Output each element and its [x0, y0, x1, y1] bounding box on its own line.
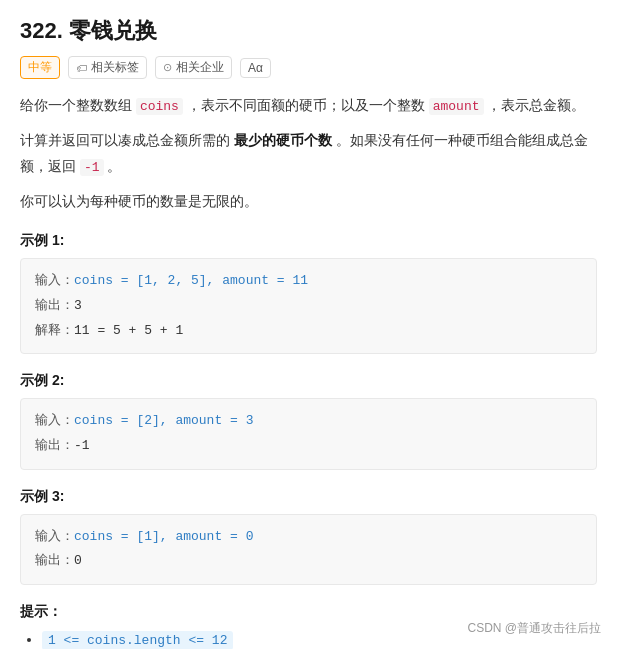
- description-section: 给你一个整数数组 coins ，表示不同面额的硬币；以及一个整数 amount …: [20, 93, 597, 214]
- example1-output-label: 输出：: [35, 298, 74, 313]
- company-icon: ⊙: [163, 61, 172, 74]
- example3-box: 输入：coins = [1], amount = 0 输出：0: [20, 514, 597, 585]
- example2-title: 示例 2:: [20, 372, 597, 390]
- example2-output: 输出：-1: [35, 434, 582, 459]
- example2-input: 输入：coins = [2], amount = 3: [35, 409, 582, 434]
- example3-output-value: 0: [74, 553, 82, 568]
- example1-input-value: coins = [1, 2, 5], amount = 11: [74, 273, 308, 288]
- example1-output-value: 3: [74, 298, 82, 313]
- example2-output-label: 输出：: [35, 438, 74, 453]
- tag-related-tags[interactable]: 🏷 相关标签: [68, 56, 147, 79]
- example1-input-label: 输入：: [35, 273, 74, 288]
- hints-title: 提示：: [20, 603, 597, 621]
- example3-title: 示例 3:: [20, 488, 597, 506]
- tag-difficulty[interactable]: 中等: [20, 56, 60, 79]
- example1-box: 输入：coins = [1, 2, 5], amount = 11 输出：3 解…: [20, 258, 597, 354]
- coins-code-inline: coins: [136, 98, 183, 115]
- tag-related-companies[interactable]: ⊙ 相关企业: [155, 56, 232, 79]
- example2-box: 输入：coins = [2], amount = 3 输出：-1: [20, 398, 597, 469]
- hint1-text: 1 <= coins.length <= 12: [42, 631, 233, 649]
- tag-related-tags-label: 相关标签: [91, 59, 139, 76]
- example3-input: 输入：coins = [1], amount = 0: [35, 525, 582, 550]
- tag-related-companies-label: 相关企业: [176, 59, 224, 76]
- footer-watermark: CSDN @普通攻击往后拉: [467, 620, 601, 637]
- example2-output-value: -1: [74, 438, 90, 453]
- example1-title: 示例 1:: [20, 232, 597, 250]
- example3-input-value: coins = [1], amount = 0: [74, 529, 253, 544]
- tag-font[interactable]: Aα: [240, 58, 271, 78]
- example1-explain-value: 11 = 5 + 5 + 1: [74, 323, 183, 338]
- desc-line2: 计算并返回可以凑成总金额所需的 最少的硬币个数 。如果没有任何一种硬币组合能组成…: [20, 128, 597, 179]
- tag-icon: 🏷: [76, 62, 87, 74]
- example3-input-label: 输入：: [35, 529, 74, 544]
- example1-explain-label: 解释：: [35, 323, 74, 338]
- tags-row: 中等 🏷 相关标签 ⊙ 相关企业 Aα: [20, 56, 597, 79]
- example1-output: 输出：3: [35, 294, 582, 319]
- example2-input-label: 输入：: [35, 413, 74, 428]
- example3-output-label: 输出：: [35, 553, 74, 568]
- example3-output: 输出：0: [35, 549, 582, 574]
- tag-font-label: Aα: [248, 61, 263, 75]
- page-title: 322. 零钱兑换: [20, 16, 597, 46]
- desc-line1: 给你一个整数数组 coins ，表示不同面额的硬币；以及一个整数 amount …: [20, 93, 597, 118]
- highlight-min-coins: 最少的硬币个数: [234, 132, 332, 148]
- example1-input: 输入：coins = [1, 2, 5], amount = 11: [35, 269, 582, 294]
- example1-explain: 解释：11 = 5 + 5 + 1: [35, 319, 582, 344]
- desc-line3: 你可以认为每种硬币的数量是无限的。: [20, 189, 597, 214]
- amount-code-inline: amount: [429, 98, 484, 115]
- example2-input-value: coins = [2], amount = 3: [74, 413, 253, 428]
- neg1-code: -1: [80, 159, 104, 176]
